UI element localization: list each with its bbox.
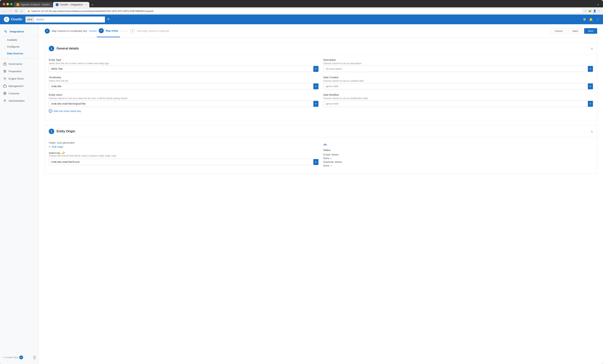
edit-origin-button[interactable]: ✏ Edit origin bbox=[49, 145, 63, 148]
sidebar-item-administration[interactable]: Administration bbox=[0, 97, 39, 104]
description-group: Description Choose column to use as desc… bbox=[323, 58, 593, 72]
back-button[interactable]: Back bbox=[568, 28, 582, 34]
extension-icon[interactable]: 🧩 bbox=[588, 10, 591, 12]
sidebar-collapse-button[interactable]: « bbox=[34, 356, 35, 359]
entity-type-select[interactable]: IMDb Title ▾ bbox=[49, 66, 319, 72]
duplicate-values-value: None bbox=[323, 164, 329, 167]
select-key-hint: Choose the column that will be used to p… bbox=[49, 154, 319, 157]
date-created-select[interactable]: Ignore field ▾ bbox=[323, 83, 593, 89]
search-category-select[interactable]: All ▾ bbox=[25, 16, 34, 22]
date-modified-label: Date Modified bbox=[323, 93, 593, 96]
svg-point-7 bbox=[4, 100, 5, 101]
sidebar-item-configured[interactable]: Configured bbox=[0, 43, 39, 50]
sidebar-item-governance[interactable]: Governance bbox=[0, 60, 39, 67]
section1-title: General details bbox=[57, 47, 588, 50]
section2-toggle[interactable]: ∧ bbox=[591, 130, 593, 133]
general-details-section: 1 General details ∧ Entity Type Select f… bbox=[45, 43, 597, 121]
header-screen-icon[interactable]: 🖥 bbox=[583, 18, 586, 21]
vocabulary-dropdown-btn[interactable]: ▾ bbox=[313, 83, 318, 89]
description-dropdown-btn[interactable]: ▾ bbox=[588, 66, 593, 72]
entity-name-dropdown-btn[interactable]: ▾ bbox=[313, 101, 318, 107]
sidebar-label-preparation: Preparation bbox=[9, 70, 22, 73]
sidebar-item-integrations[interactable]: Integrations bbox=[0, 27, 39, 36]
search-category-value: All bbox=[27, 18, 30, 21]
browser-tab-1[interactable]: Ingestion Endpoint - Databri... ✕ bbox=[14, 2, 53, 7]
new-tab-button[interactable]: + bbox=[90, 2, 95, 7]
governance-icon bbox=[3, 62, 7, 66]
step-navigation: ✓ Map columns to vocabulary key ✓ Map en… bbox=[39, 24, 603, 38]
empty-values-check-icon: ✓ bbox=[330, 157, 332, 160]
entity-name-select[interactable]: imdb.title.imdbTitleOriginalTitle ▾ bbox=[49, 100, 319, 107]
search-input[interactable] bbox=[34, 16, 105, 22]
browser-maximize-button[interactable] bbox=[10, 3, 13, 5]
tab2-close[interactable]: ✕ bbox=[85, 4, 87, 6]
svg-rect-4 bbox=[3, 85, 6, 87]
duplicate-values-label: Duplicate Values bbox=[323, 160, 342, 163]
sidebar-label-integrations: Integrations bbox=[10, 30, 24, 33]
consume-icon bbox=[3, 92, 7, 95]
nav-home-button[interactable]: ⌂ bbox=[20, 9, 23, 13]
sidebar-item-datasources[interactable]: Data Sources bbox=[0, 50, 39, 57]
description-select[interactable]: No description ▾ bbox=[323, 66, 593, 72]
sidebar-item-engine-room[interactable]: Engine Room bbox=[0, 75, 39, 82]
entity-type-value: IMDb Title bbox=[49, 66, 313, 72]
duplicate-values-item: Duplicate Values bbox=[323, 160, 593, 163]
bookmark-star-icon[interactable]: ☆ bbox=[585, 10, 587, 12]
url-text: foobar.51.132.187.83.sslip.io/admin/inbo… bbox=[31, 10, 580, 12]
header-menu-icon[interactable]: ⋮ bbox=[596, 18, 599, 21]
sidebar-item-management[interactable]: Management bbox=[0, 82, 39, 90]
select-key-value: imdb.title.imdbTitleTconst bbox=[49, 159, 313, 165]
search-category-chevron: ▾ bbox=[31, 18, 32, 21]
ssl-lock-icon: 🔒 bbox=[27, 10, 30, 12]
sidebar-label-engine-room: Engine Room bbox=[9, 77, 24, 80]
duplicate-values-check-icon: ✓ bbox=[330, 164, 332, 167]
date-modified-select[interactable]: Ignore field ▾ bbox=[323, 100, 593, 107]
integrations-icon bbox=[4, 30, 7, 33]
vocabulary-select[interactable]: imdb.title ▾ bbox=[49, 83, 319, 89]
cancel-button[interactable]: Cancel bbox=[551, 28, 567, 34]
sidebar-label-governance: Governance bbox=[9, 63, 22, 65]
section1-toggle[interactable]: ∧ bbox=[591, 47, 593, 50]
entity-name-label: Entity name bbox=[49, 93, 319, 96]
step1-circle: ✓ bbox=[45, 29, 50, 33]
date-modified-group: Date Modified Choose column to use as mo… bbox=[323, 93, 593, 113]
key-icon: 🔑 bbox=[62, 151, 65, 154]
browser-tab-2[interactable]: CluedIn – Integrations ✕ bbox=[53, 2, 89, 7]
svg-rect-2 bbox=[3, 64, 6, 65]
tab2-label: CluedIn – Integrations bbox=[60, 3, 83, 6]
vocabulary-label: Vocabulary bbox=[49, 76, 319, 79]
header-bell-icon[interactable]: 🔔 bbox=[589, 18, 593, 21]
browser-close-button[interactable] bbox=[3, 3, 5, 5]
select-key-dropdown-btn[interactable]: ▾ bbox=[313, 159, 318, 165]
step-3: 3 Add edge relations (optional) bbox=[128, 29, 171, 33]
nav-reload-button[interactable]: ↻ bbox=[14, 9, 18, 13]
browser-minimize-button[interactable] bbox=[6, 3, 9, 5]
date-created-dropdown-btn[interactable]: ▾ bbox=[588, 83, 593, 89]
tab-list-button[interactable]: ▾ bbox=[596, 2, 600, 7]
description-value: No description bbox=[324, 66, 588, 72]
sidebar-item-consume[interactable]: Consume bbox=[0, 90, 39, 97]
app-name: CluedIn bbox=[11, 18, 22, 21]
nav-back-button[interactable]: ← bbox=[3, 9, 7, 13]
add-name-key-label: Add one more name key bbox=[53, 110, 81, 112]
select-key-select[interactable]: imdb.title.imdbTitleTconst ▾ bbox=[49, 159, 319, 165]
step3-label: Add edge relations (optional) bbox=[137, 30, 169, 33]
search-button[interactable]: 🔍 bbox=[105, 16, 113, 22]
svg-point-0 bbox=[5, 31, 6, 32]
date-modified-dropdown-btn[interactable]: ▾ bbox=[588, 101, 593, 107]
entity-type-dropdown-btn[interactable]: ▾ bbox=[313, 66, 318, 72]
profile-icon[interactable]: 👤 bbox=[593, 10, 596, 12]
sidebar-item-preparation[interactable]: Preparation bbox=[0, 67, 39, 75]
sidebar-item-available[interactable]: Available bbox=[0, 36, 39, 43]
empty-values-item: Empty Values bbox=[323, 153, 593, 156]
origin-label: Origin: Auto-generated bbox=[49, 141, 319, 144]
add-name-key-button[interactable]: + Add one more name key bbox=[49, 109, 319, 113]
nav-forward-button[interactable]: → bbox=[9, 9, 13, 13]
step2-label: Map entity bbox=[106, 29, 118, 32]
entity-type-group: Entity Type Select from the list or ente… bbox=[49, 58, 319, 72]
tab1-favicon bbox=[16, 3, 19, 6]
browser-menu-icon[interactable]: ⋮ bbox=[598, 10, 600, 12]
next-button[interactable]: Next bbox=[584, 28, 597, 34]
entity-name-value: imdb.title.imdbTitleOriginalTitle bbox=[49, 101, 313, 107]
address-bar[interactable]: 🔒 foobar.51.132.187.83.sslip.io/admin/in… bbox=[24, 9, 583, 13]
